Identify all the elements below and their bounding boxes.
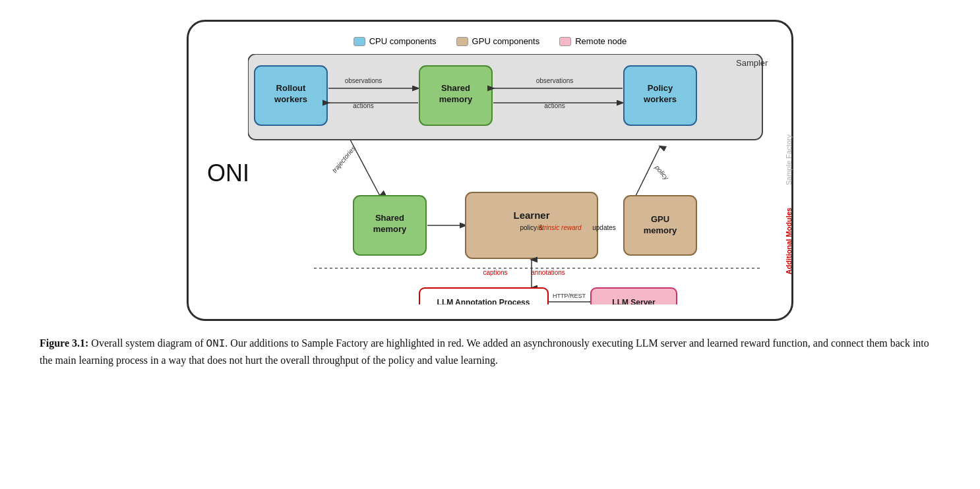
learner-sub2: intrinsic reward [537,224,582,231]
oni-label: ONI [207,159,249,187]
sample-factory-label: Sample Factory [785,134,793,185]
legend-remote: Remote node [559,36,627,46]
trajectories-label: trajectories [330,144,357,174]
llm-annotation-text: LLM Annotation Process [437,298,530,304]
policy-label: policy [654,163,671,182]
additional-modules-label: Additional Modules [785,208,793,274]
learner-sub3: updates [592,224,616,231]
http-rest-label: HTTP/REST [553,293,586,299]
gpu-label: GPU components [472,36,540,46]
legend: CPU components GPU components Remote nod… [208,36,772,46]
figure-caption: Figure 3.1: Overall system diagram of ON… [40,335,940,369]
cpu-color-box [353,37,365,46]
main-container: ONI Sample Factory Additional Modules CP… [40,20,940,369]
gpu-color-box [456,37,468,46]
shared-mem-bot-text: Shared [375,213,404,223]
obs-left-label: observations [345,77,383,84]
shared-mem-top-text: Shared [441,83,470,93]
policy-workers-text: Policy [648,83,673,93]
annotations-label: annotations [531,269,565,276]
sampler-text: Sampler [736,58,768,68]
legend-gpu: GPU components [456,36,540,46]
cpu-label: CPU components [369,36,437,46]
caption-code: ONI [206,338,226,350]
shared-mem-top-text2: memory [439,94,473,104]
learner-text: Learner [513,210,549,221]
obs-right-label: observations [536,77,574,84]
captions-label: captions [483,269,507,276]
llm-server-text: LLM Server [612,298,656,304]
remote-label: Remote node [575,36,627,46]
rollout-workers-text: Rollout [276,83,306,93]
gpu-memory-text2: memory [644,225,677,235]
diagram-wrapper: ONI Sample Factory Additional Modules CP… [40,20,940,321]
shared-mem-bot-text2: memory [373,224,407,234]
remote-color-box [559,37,571,46]
diagram-outer: ONI Sample Factory Additional Modules CP… [187,20,793,321]
gpu-memory-text: GPU [651,214,669,224]
caption-text1: Overall system diagram of [88,337,206,349]
rollout-workers-text2: workers [274,94,307,104]
diagram-svg: Sampler Rollout workers observations act… [248,54,802,304]
legend-cpu: CPU components [353,36,437,46]
fig-label: Figure 3.1: [40,337,88,349]
policy-workers-text2: workers [643,94,677,104]
svg-line-8 [350,140,380,196]
